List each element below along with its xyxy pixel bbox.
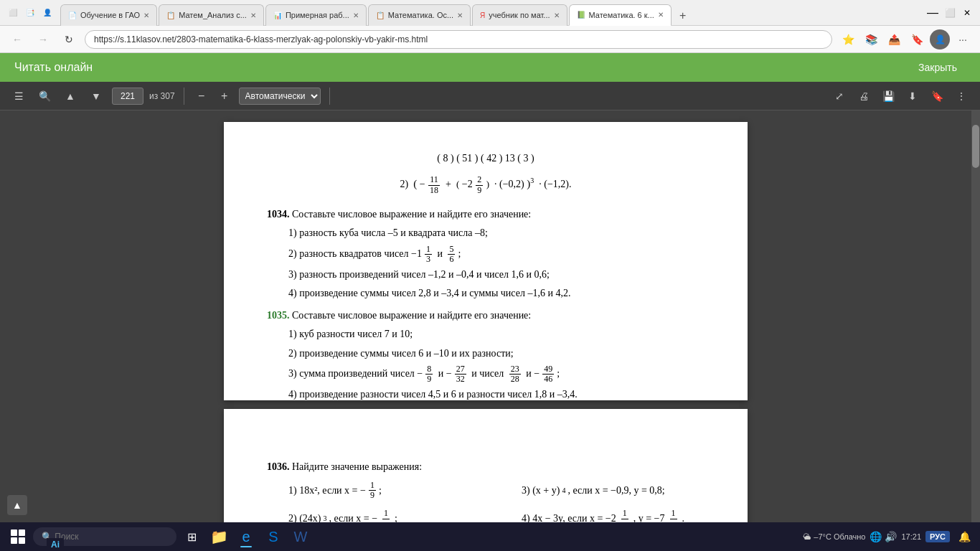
refresh-button[interactable]: ↻ — [59, 29, 79, 50]
taskbar-clock[interactable]: 17:21 — [901, 532, 921, 542]
formula-row-2: 2) ( − 1118 + ( −2 29 ) · (−0,2) )3 · (−… — [267, 175, 705, 194]
task-1034-item-3: 3) разность произведений чисел –1,2 и –0… — [267, 267, 705, 283]
language-indicator[interactable]: РУС — [925, 531, 950, 542]
tab-4[interactable]: 📋 Математика. Ос... ✕ — [368, 4, 471, 26]
task-1036-item-3: 3) (x + y)4, если x = −0,9, y = 0,8; — [500, 481, 705, 500]
share-icon[interactable]: 📤 — [884, 29, 904, 50]
pdf-toolbar-right: ⤢ 🖨 💾 ⬇ 🔖 ⋮ — [829, 86, 971, 106]
page-number-input[interactable] — [112, 88, 143, 105]
start-button[interactable] — [6, 524, 30, 549]
pdf-scrollbar[interactable] — [971, 110, 980, 551]
ai-label[interactable]: Ai — [47, 538, 64, 551]
tab-label-5: учебник по мат... — [489, 11, 550, 19]
task-1034-line: 1034. Составьте числовое выражение и най… — [267, 207, 705, 222]
tabs-bar: 📄 Обучение в ГАО ✕ 📋 Матем_Анализ с... ✕… — [60, 0, 925, 26]
task-1035-number: 1035. — [267, 310, 290, 321]
reader-title: Читать онлайн — [14, 61, 93, 74]
print-button[interactable]: 🖨 — [854, 86, 874, 106]
tab-1[interactable]: 📄 Обучение в ГАО ✕ — [60, 4, 157, 26]
task-1035-line: 1035. Составьте числовое выражение и най… — [267, 308, 705, 324]
favorites-icon[interactable]: ⭐ — [838, 29, 858, 50]
scroll-up-button[interactable]: ▲ — [60, 86, 80, 106]
tab-5[interactable]: Я учебник по мат... ✕ — [472, 4, 567, 26]
tab-favicon-5: Я — [480, 11, 485, 19]
toolbar-separator-1 — [184, 88, 184, 105]
pdf-viewer[interactable]: ( 8 ) ( 51 ) ( 42 ) 13 ( 3 ) 2) ( − 1118… — [0, 110, 971, 551]
task-1034-item-4: 4) произведение суммы чисел 2,8 и –3,4 и… — [267, 286, 705, 301]
restore-button[interactable]: ⬜ — [943, 6, 957, 20]
task-1034-number: 1034. — [267, 209, 290, 220]
minimize-button[interactable]: — — [925, 6, 940, 20]
reader-close-button[interactable]: Закрыть — [910, 59, 966, 76]
new-tab-icon[interactable]: ⬜ — [6, 6, 20, 20]
task-1036-line: 1036. Найдите значение выражения: — [267, 459, 705, 475]
forward-button[interactable]: → — [33, 29, 53, 50]
weather-icon: 🌥 — [803, 532, 811, 541]
collections-icon[interactable]: 📚 — [861, 29, 881, 50]
system-tray: 🌐 🔊 — [870, 531, 897, 542]
bookmark-pdf-button[interactable]: 🔖 — [927, 86, 947, 106]
tab-favicon-1: 📄 — [68, 11, 77, 19]
language-text: РУС — [930, 532, 946, 541]
download-button[interactable]: ⬇ — [903, 86, 923, 106]
close-button[interactable]: ✕ — [960, 6, 974, 20]
zoom-select[interactable]: Автоматически 50% 75% 100% 125% 150% — [239, 88, 321, 105]
volume-icon[interactable]: 🔊 — [885, 531, 897, 542]
taskbar-app-word[interactable]: W — [288, 524, 313, 549]
tab-favicon-4: 📋 — [376, 11, 385, 19]
profile-avatar[interactable]: 👤 — [930, 29, 950, 50]
start-icon — [11, 529, 25, 544]
new-tab-button[interactable]: + — [673, 6, 693, 26]
back-button[interactable]: ← — [7, 29, 27, 50]
fullscreen-button[interactable]: ⤢ — [829, 86, 849, 106]
zoom-in-button[interactable]: + — [216, 88, 233, 105]
tab-close-4[interactable]: ✕ — [457, 11, 463, 19]
pdf-toolbar: ☰ 🔍 ▲ ▼ из 307 − + Автоматически 50% 75%… — [0, 82, 980, 110]
task-1036-item-1: 1) 18x², если x = − 19 ; — [267, 481, 471, 500]
task-1035-item-3: 3) сумма произведений чисел − 89 и − 273… — [267, 364, 705, 384]
tab-label-2: Матем_Анализ с... — [179, 11, 247, 19]
zoom-out-button[interactable]: − — [193, 88, 210, 105]
task-1036-number: 1036. — [267, 461, 290, 472]
address-input[interactable] — [85, 30, 832, 49]
taskbar-app-file-explorer[interactable]: 📁 — [207, 524, 231, 549]
tab-close-6[interactable]: ✕ — [658, 11, 664, 19]
task-1035-item-2: 2) произведение суммы чисел 6 и –10 и их… — [267, 346, 705, 362]
sidebar-toggle-button[interactable]: ☰ — [9, 86, 29, 106]
reader-toolbar: Читать онлайн Закрыть — [0, 53, 980, 82]
notification-button[interactable]: 🔔 — [954, 527, 974, 547]
save-button[interactable]: 💾 — [878, 86, 898, 106]
main-content: ( 8 ) ( 51 ) ( 42 ) 13 ( 3 ) 2) ( − 1118… — [0, 110, 980, 551]
bookmark-icon[interactable]: 🔖 — [907, 29, 927, 50]
tab-favicon-6: 📗 — [577, 11, 585, 19]
tab-3[interactable]: 📊 Примерная раб... ✕ — [265, 4, 367, 26]
toolbar-separator-2 — [329, 88, 330, 105]
taskbar-weather[interactable]: 🌥 –7°C Облачно — [803, 532, 865, 541]
task-1034-text: Составьте числовое выражение и найдите е… — [292, 209, 531, 220]
settings-icon[interactable]: ··· — [953, 29, 973, 50]
sidebar-icon[interactable]: 📑 — [23, 6, 37, 20]
more-options-button[interactable]: ⋮ — [951, 86, 971, 106]
scroll-to-top-button[interactable]: ▲ — [7, 495, 27, 515]
search-button[interactable]: 🔍 — [34, 86, 55, 106]
tab-favicon-3: 📊 — [273, 11, 282, 19]
tab-close-1[interactable]: ✕ — [143, 11, 149, 19]
profile-icon[interactable]: 👤 — [40, 6, 55, 20]
tab-label-1: Обучение в ГАО — [80, 11, 140, 19]
taskbar-right: 🌥 –7°C Облачно 🌐 🔊 17:21 РУС 🔔 Ai — [803, 527, 974, 547]
tab-close-2[interactable]: ✕ — [250, 11, 256, 19]
tab-close-5[interactable]: ✕ — [554, 11, 560, 19]
network-icon[interactable]: 🌐 — [870, 531, 882, 542]
task-1035-item-4: 4) произведение разности чисел 4,5 и 6 и… — [267, 387, 705, 402]
scroll-down-button[interactable]: ▼ — [86, 86, 106, 106]
taskbar: ⊞ 📁 e S W 🌥 –7°C Облачно 🌐 🔊 17:21 РУС 🔔… — [0, 522, 980, 551]
taskbar-app-skype[interactable]: S — [261, 524, 286, 549]
formula-row-top: ( 8 ) ( 51 ) ( 42 ) 13 ( 3 ) — [267, 151, 705, 166]
tab-label-3: Примерная раб... — [286, 11, 349, 19]
taskbar-app-edge[interactable]: e — [234, 524, 258, 549]
tab-2[interactable]: 📋 Матем_Анализ с... ✕ — [159, 4, 264, 26]
tab-6[interactable]: 📗 Математика. 6 к... ✕ — [569, 4, 672, 26]
tab-close-3[interactable]: ✕ — [353, 11, 359, 19]
task-view-button[interactable]: ⊞ — [179, 524, 204, 549]
pdf-scrollbar-thumb[interactable] — [972, 125, 979, 168]
